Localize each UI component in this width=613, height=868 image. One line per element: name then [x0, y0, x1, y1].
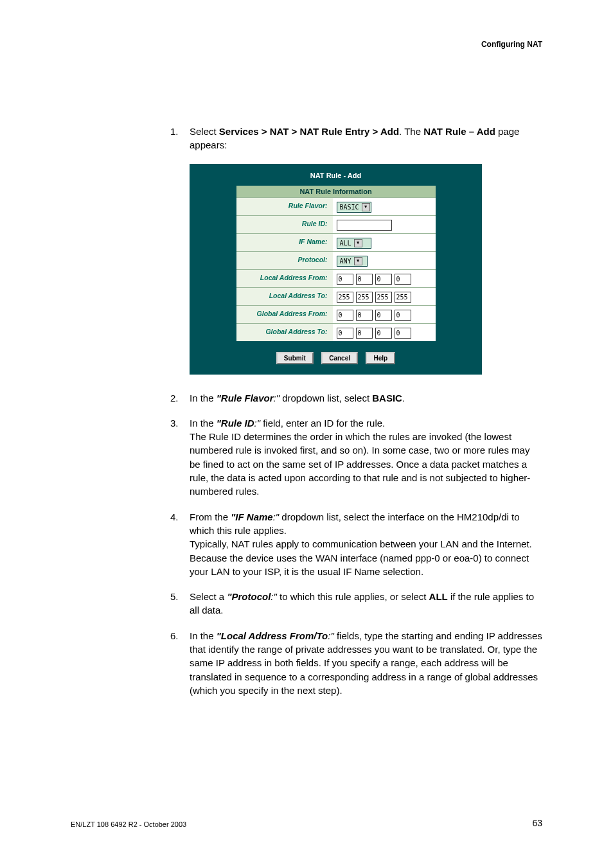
step-1: 1. Select Services > NAT > NAT Rule Entr… — [170, 125, 543, 152]
dialog-title: NAT Rule - Add — [190, 164, 482, 186]
punct: :" — [271, 591, 277, 602]
punct: :" — [274, 393, 280, 403]
text: . The — [399, 126, 423, 137]
protocol-select[interactable]: ANY ▼ — [337, 256, 368, 267]
page-number: 63 — [532, 818, 542, 828]
row-local-addr-from: Local Address From: 0000 — [236, 269, 436, 287]
field-name: "Protocol — [227, 591, 271, 602]
if-name-select[interactable]: ALL ▼ — [337, 238, 371, 249]
ip-octet-input[interactable]: 0 — [356, 274, 373, 285]
step-text: Select Services > NAT > NAT Rule Entry >… — [190, 125, 543, 152]
ip-octet-input[interactable]: 0 — [395, 274, 411, 285]
field-name: "Rule ID — [217, 418, 254, 429]
step-number: 4. — [170, 510, 190, 578]
rule-id-input[interactable] — [337, 220, 392, 231]
value-cell: BASIC ▼ — [333, 198, 436, 215]
step-text: In the "Rule ID:" field, enter an ID for… — [190, 416, 543, 499]
footer-doc-id: EN/LZT 108 6492 R2 - October 2003 — [71, 820, 186, 828]
value-cell: 0000 — [333, 306, 436, 323]
step-text: In the "Rule Flavor:" dropdown list, sel… — [190, 391, 543, 405]
page-header: Configuring NAT — [481, 40, 542, 49]
value-cell: 255255255255 — [333, 288, 436, 305]
button-row: Submit Cancel Help — [190, 341, 482, 366]
field-name: "IF Name — [231, 511, 272, 522]
step-6: 6. In the "Local Address From/To:" field… — [170, 629, 543, 697]
ip-octet-input[interactable]: 0 — [356, 328, 373, 339]
ip-octet-input[interactable]: 0 — [375, 274, 392, 285]
dialog-panel: NAT Rule - Add NAT Rule Information Rule… — [190, 164, 482, 375]
step-text: In the "Local Address From/To:" fields, … — [190, 629, 543, 697]
row-protocol: Protocol: ANY ▼ — [236, 251, 436, 269]
row-local-addr-to: Local Address To: 255255255255 — [236, 287, 436, 305]
row-global-addr-from: Global Address From: 0000 — [236, 305, 436, 323]
row-rule-id: Rule ID: — [236, 215, 436, 233]
chevron-down-icon: ▼ — [362, 203, 370, 211]
text: to which this rule applies, or select — [277, 591, 429, 602]
cancel-button[interactable]: Cancel — [321, 352, 358, 364]
chevron-down-icon: ▼ — [354, 239, 362, 247]
ip-octet-input[interactable]: 0 — [337, 310, 353, 321]
field-name: "Local Address From/To — [217, 630, 328, 641]
value-cell: ALL ▼ — [333, 234, 436, 251]
row-global-addr-to: Global Address To: 0000 — [236, 323, 436, 341]
label-protocol: Protocol: — [236, 252, 333, 269]
step-number: 5. — [170, 590, 190, 617]
label-rule-id: Rule ID: — [236, 216, 333, 233]
step-number: 6. — [170, 629, 190, 697]
rule-flavor-select[interactable]: BASIC ▼ — [337, 202, 371, 213]
value-cell: ANY ▼ — [333, 252, 436, 269]
ip-octet-input[interactable]: 255 — [356, 292, 373, 303]
text: field, enter an ID for the rule. — [260, 418, 385, 429]
text: dropdown list, select — [280, 393, 372, 403]
label-global-addr-from: Global Address From: — [236, 306, 333, 323]
ip-octet-input[interactable]: 255 — [375, 292, 392, 303]
text: Typically, NAT rules apply to communicat… — [190, 538, 532, 577]
step-text: From the "IF Name:" dropdown list, selec… — [190, 510, 543, 578]
text: From the — [190, 511, 231, 522]
section-header: NAT Rule Information — [236, 186, 436, 197]
form-table: NAT Rule Information Rule Flavor: BASIC … — [236, 186, 436, 341]
label-if-name: IF Name: — [236, 234, 333, 251]
text: In the — [190, 418, 217, 429]
step-3: 3. In the "Rule ID:" field, enter an ID … — [170, 416, 543, 499]
step-2: 2. In the "Rule Flavor:" dropdown list, … — [170, 391, 543, 405]
step-4: 4. From the "IF Name:" dropdown list, se… — [170, 510, 543, 578]
ip-octet-input[interactable]: 0 — [395, 310, 411, 321]
label-local-addr-from: Local Address From: — [236, 270, 333, 287]
text: Select — [190, 126, 219, 137]
label-rule-flavor: Rule Flavor: — [236, 198, 333, 215]
ip-octet-input[interactable]: 255 — [395, 292, 411, 303]
help-button[interactable]: Help — [366, 352, 395, 364]
ip-octet-input[interactable]: 0 — [337, 274, 353, 285]
step-5: 5. Select a "Protocol:" to which this ru… — [170, 590, 543, 617]
option: ALL — [429, 591, 448, 602]
ip-octet-input[interactable]: 0 — [395, 328, 411, 339]
ip-octet-input[interactable]: 0 — [356, 310, 373, 321]
punct: :" — [328, 630, 334, 641]
ip-octet-input[interactable]: 0 — [375, 310, 392, 321]
submit-button[interactable]: Submit — [276, 352, 314, 364]
select-value: BASIC — [337, 204, 362, 211]
step-number: 3. — [170, 416, 190, 499]
value-cell — [333, 216, 436, 233]
chevron-down-icon: ▼ — [354, 257, 362, 265]
main-content: 1. Select Services > NAT > NAT Rule Entr… — [170, 125, 543, 709]
ip-octet-input[interactable]: 255 — [337, 292, 353, 303]
ip-octet-input[interactable]: 0 — [337, 328, 353, 339]
field-name: "Rule Flavor — [217, 393, 274, 403]
row-rule-flavor: Rule Flavor: BASIC ▼ — [236, 197, 436, 215]
ip-octet-input[interactable]: 0 — [375, 328, 392, 339]
text: In the — [190, 630, 217, 641]
label-local-addr-to: Local Address To: — [236, 288, 333, 305]
option: BASIC — [372, 393, 402, 403]
text: . — [402, 393, 405, 403]
text: In the — [190, 393, 217, 403]
step-number: 2. — [170, 391, 190, 405]
select-value: ALL — [337, 240, 354, 247]
select-value: ANY — [337, 258, 354, 265]
text: The Rule ID determines the order in whic… — [190, 431, 530, 497]
punct: :" — [254, 418, 261, 429]
value-cell: 0000 — [333, 324, 436, 341]
step-number: 1. — [170, 125, 190, 152]
step-text: Select a "Protocol:" to which this rule … — [190, 590, 543, 617]
